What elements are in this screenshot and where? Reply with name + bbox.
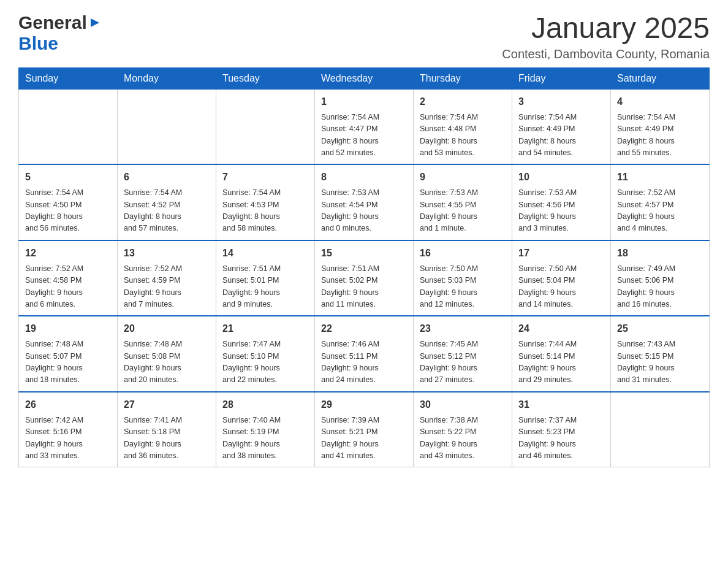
day-info: Sunrise: 7:42 AM Sunset: 5:16 PM Dayligh… <box>25 415 111 462</box>
day-info: Sunrise: 7:41 AM Sunset: 5:18 PM Dayligh… <box>124 415 210 462</box>
day-number: 17 <box>518 246 604 261</box>
calendar-cell: 1Sunrise: 7:54 AM Sunset: 4:47 PM Daylig… <box>315 89 414 164</box>
title-section: January 2025 Contesti, Dambovita County,… <box>502 12 710 61</box>
calendar-cell: 26Sunrise: 7:42 AM Sunset: 5:16 PM Dayli… <box>19 392 118 467</box>
day-number: 12 <box>25 246 111 261</box>
calendar-cell <box>19 89 118 164</box>
day-number: 3 <box>518 94 604 109</box>
day-info: Sunrise: 7:52 AM Sunset: 4:59 PM Dayligh… <box>124 263 210 311</box>
calendar-week-row: 1Sunrise: 7:54 AM Sunset: 4:47 PM Daylig… <box>19 89 710 164</box>
calendar-cell: 17Sunrise: 7:50 AM Sunset: 5:04 PM Dayli… <box>512 240 611 316</box>
day-info: Sunrise: 7:39 AM Sunset: 5:21 PM Dayligh… <box>321 415 407 462</box>
calendar-cell: 9Sunrise: 7:53 AM Sunset: 4:55 PM Daylig… <box>414 164 512 240</box>
day-number: 20 <box>124 321 210 336</box>
day-number: 5 <box>25 170 111 185</box>
calendar-cell: 25Sunrise: 7:43 AM Sunset: 5:15 PM Dayli… <box>611 316 710 392</box>
day-info: Sunrise: 7:49 AM Sunset: 5:06 PM Dayligh… <box>617 263 703 311</box>
day-number: 31 <box>518 397 604 412</box>
day-of-week-header: Monday <box>118 67 216 89</box>
location-text: Contesti, Dambovita County, Romania <box>502 47 710 61</box>
day-number: 7 <box>222 170 308 185</box>
day-number: 13 <box>124 246 210 261</box>
day-info: Sunrise: 7:40 AM Sunset: 5:19 PM Dayligh… <box>222 415 308 462</box>
day-number: 1 <box>321 94 407 109</box>
day-of-week-header: Friday <box>512 67 611 89</box>
day-info: Sunrise: 7:43 AM Sunset: 5:15 PM Dayligh… <box>617 339 703 386</box>
day-info: Sunrise: 7:47 AM Sunset: 5:10 PM Dayligh… <box>222 339 308 386</box>
day-of-week-header: Thursday <box>414 67 512 89</box>
calendar-cell: 15Sunrise: 7:51 AM Sunset: 5:02 PM Dayli… <box>315 240 414 316</box>
calendar-cell: 29Sunrise: 7:39 AM Sunset: 5:21 PM Dayli… <box>315 392 414 467</box>
day-number: 10 <box>518 170 604 185</box>
day-number: 25 <box>617 321 703 336</box>
day-number: 27 <box>124 397 210 412</box>
calendar-cell: 30Sunrise: 7:38 AM Sunset: 5:22 PM Dayli… <box>414 392 512 467</box>
calendar-cell: 18Sunrise: 7:49 AM Sunset: 5:06 PM Dayli… <box>611 240 710 316</box>
calendar-cell: 21Sunrise: 7:47 AM Sunset: 5:10 PM Dayli… <box>216 316 315 392</box>
calendar-table: SundayMondayTuesdayWednesdayThursdayFrid… <box>18 67 710 468</box>
calendar-cell: 23Sunrise: 7:45 AM Sunset: 5:12 PM Dayli… <box>414 316 512 392</box>
calendar-cell: 7Sunrise: 7:54 AM Sunset: 4:53 PM Daylig… <box>216 164 315 240</box>
day-number: 16 <box>420 246 506 261</box>
calendar-cell: 19Sunrise: 7:48 AM Sunset: 5:07 PM Dayli… <box>19 316 118 392</box>
calendar-cell <box>216 89 315 164</box>
calendar-cell: 14Sunrise: 7:51 AM Sunset: 5:01 PM Dayli… <box>216 240 315 316</box>
logo-blue-text: Blue <box>18 33 58 54</box>
day-info: Sunrise: 7:45 AM Sunset: 5:12 PM Dayligh… <box>420 339 506 386</box>
day-number: 15 <box>321 246 407 261</box>
calendar-cell: 20Sunrise: 7:48 AM Sunset: 5:08 PM Dayli… <box>118 316 216 392</box>
month-title: January 2025 <box>502 12 710 45</box>
calendar-cell <box>118 89 216 164</box>
day-number: 18 <box>617 246 703 261</box>
calendar-week-row: 12Sunrise: 7:52 AM Sunset: 4:58 PM Dayli… <box>19 240 710 316</box>
day-info: Sunrise: 7:54 AM Sunset: 4:50 PM Dayligh… <box>25 187 111 235</box>
day-of-week-header: Saturday <box>611 67 710 89</box>
day-info: Sunrise: 7:54 AM Sunset: 4:48 PM Dayligh… <box>420 112 506 159</box>
day-of-week-header: Sunday <box>19 67 118 89</box>
day-of-week-header: Tuesday <box>216 67 315 89</box>
calendar-cell <box>611 392 710 467</box>
day-info: Sunrise: 7:53 AM Sunset: 4:55 PM Dayligh… <box>420 187 506 235</box>
logo-arrow-icon <box>88 16 102 29</box>
day-number: 22 <box>321 321 407 336</box>
day-number: 4 <box>617 94 703 109</box>
day-info: Sunrise: 7:50 AM Sunset: 5:04 PM Dayligh… <box>518 263 604 311</box>
day-info: Sunrise: 7:51 AM Sunset: 5:01 PM Dayligh… <box>222 263 308 311</box>
day-info: Sunrise: 7:38 AM Sunset: 5:22 PM Dayligh… <box>420 415 506 462</box>
day-info: Sunrise: 7:54 AM Sunset: 4:49 PM Dayligh… <box>617 112 703 159</box>
day-info: Sunrise: 7:46 AM Sunset: 5:11 PM Dayligh… <box>321 339 407 386</box>
calendar-cell: 2Sunrise: 7:54 AM Sunset: 4:48 PM Daylig… <box>414 89 512 164</box>
day-number: 30 <box>420 397 506 412</box>
calendar-cell: 22Sunrise: 7:46 AM Sunset: 5:11 PM Dayli… <box>315 316 414 392</box>
day-info: Sunrise: 7:51 AM Sunset: 5:02 PM Dayligh… <box>321 263 407 311</box>
calendar-cell: 3Sunrise: 7:54 AM Sunset: 4:49 PM Daylig… <box>512 89 611 164</box>
day-number: 21 <box>222 321 308 336</box>
page-header: General Blue January 2025 Contesti, Damb… <box>18 12 710 61</box>
logo: General Blue <box>18 12 102 54</box>
day-number: 24 <box>518 321 604 336</box>
day-number: 28 <box>222 397 308 412</box>
calendar-week-row: 5Sunrise: 7:54 AM Sunset: 4:50 PM Daylig… <box>19 164 710 240</box>
calendar-cell: 6Sunrise: 7:54 AM Sunset: 4:52 PM Daylig… <box>118 164 216 240</box>
day-info: Sunrise: 7:53 AM Sunset: 4:54 PM Dayligh… <box>321 187 407 235</box>
day-number: 2 <box>420 94 506 109</box>
calendar-cell: 11Sunrise: 7:52 AM Sunset: 4:57 PM Dayli… <box>611 164 710 240</box>
day-info: Sunrise: 7:44 AM Sunset: 5:14 PM Dayligh… <box>518 339 604 386</box>
calendar-week-row: 19Sunrise: 7:48 AM Sunset: 5:07 PM Dayli… <box>19 316 710 392</box>
day-number: 8 <box>321 170 407 185</box>
calendar-cell: 4Sunrise: 7:54 AM Sunset: 4:49 PM Daylig… <box>611 89 710 164</box>
calendar-cell: 27Sunrise: 7:41 AM Sunset: 5:18 PM Dayli… <box>118 392 216 467</box>
day-info: Sunrise: 7:52 AM Sunset: 4:58 PM Dayligh… <box>25 263 111 311</box>
calendar-cell: 24Sunrise: 7:44 AM Sunset: 5:14 PM Dayli… <box>512 316 611 392</box>
calendar-week-row: 26Sunrise: 7:42 AM Sunset: 5:16 PM Dayli… <box>19 392 710 467</box>
day-number: 14 <box>222 246 308 261</box>
day-number: 26 <box>25 397 111 412</box>
day-of-week-header: Wednesday <box>315 67 414 89</box>
calendar-cell: 8Sunrise: 7:53 AM Sunset: 4:54 PM Daylig… <box>315 164 414 240</box>
calendar-cell: 31Sunrise: 7:37 AM Sunset: 5:23 PM Dayli… <box>512 392 611 467</box>
day-info: Sunrise: 7:54 AM Sunset: 4:53 PM Dayligh… <box>222 187 308 235</box>
day-number: 29 <box>321 397 407 412</box>
calendar-cell: 12Sunrise: 7:52 AM Sunset: 4:58 PM Dayli… <box>19 240 118 316</box>
day-info: Sunrise: 7:53 AM Sunset: 4:56 PM Dayligh… <box>518 187 604 235</box>
day-info: Sunrise: 7:48 AM Sunset: 5:08 PM Dayligh… <box>124 339 210 386</box>
